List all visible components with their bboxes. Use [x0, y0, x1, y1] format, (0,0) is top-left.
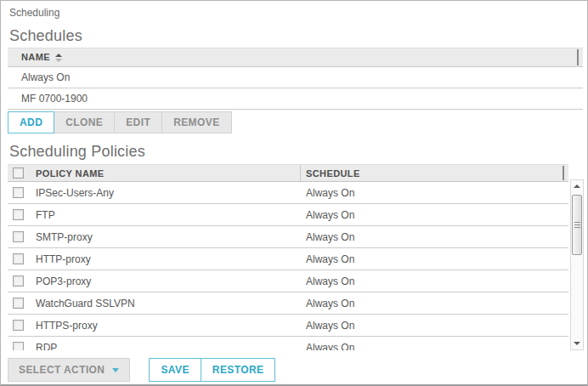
remove-button[interactable]: REMOVE [161, 111, 231, 133]
policy-row[interactable]: RDP Always On [8, 337, 568, 350]
policy-name: HTTP-proxy [36, 253, 301, 265]
schedule-row[interactable]: Always On [8, 67, 583, 88]
edit-button[interactable]: EDIT [114, 111, 162, 133]
policy-name: HTTPS-proxy [36, 320, 301, 332]
column-resize-handle[interactable] [577, 49, 579, 65]
policies-table: POLICY NAME SCHEDULE IPSec-Users-Any Alw… [8, 164, 568, 350]
chevron-down-icon [112, 368, 119, 372]
row-checkbox[interactable] [13, 298, 24, 309]
policy-schedule: Always On [301, 209, 568, 221]
select-action-button[interactable]: SELECT ACTION [8, 358, 130, 382]
policy-name: IPSec-Users-Any [36, 187, 301, 199]
schedule-name: MF 0700-1900 [21, 93, 88, 105]
scrollbar-down-button[interactable] [571, 338, 583, 349]
policy-name: SMTP-proxy [36, 231, 301, 243]
policies-table-header: POLICY NAME SCHEDULE [8, 164, 568, 182]
schedules-section-title: Schedules [9, 27, 82, 45]
schedule-name: Always On [21, 71, 70, 83]
clone-button[interactable]: CLONE [54, 111, 115, 133]
row-checkbox[interactable] [13, 320, 24, 331]
footer-action-bar: SELECT ACTION SAVE RESTORE [8, 358, 275, 382]
policy-schedule: Always On [301, 253, 568, 265]
policy-name: POP3-proxy [36, 275, 301, 287]
policy-row[interactable]: SMTP-proxy Always On [8, 226, 568, 248]
restore-button[interactable]: RESTORE [201, 358, 276, 382]
policy-schedule: Always On [301, 187, 568, 199]
policy-row[interactable]: WatchGuard SSLVPN Always On [8, 292, 568, 315]
scrollbar-up-button[interactable] [571, 180, 583, 192]
policy-schedule: Always On [301, 298, 568, 309]
scheduling-page: Scheduling Schedules NAME Always On MF 0… [0, 0, 588, 386]
add-button[interactable]: ADD [8, 111, 54, 133]
policy-name: WatchGuard SSLVPN [36, 298, 301, 309]
policy-name-column-header[interactable]: POLICY NAME [36, 168, 300, 179]
sort-asc-icon[interactable] [55, 54, 62, 62]
policy-row[interactable]: POP3-proxy Always On [8, 270, 568, 292]
save-restore-group: SAVE RESTORE [149, 358, 275, 382]
save-button[interactable]: SAVE [149, 358, 201, 382]
policy-row[interactable]: FTP Always On [8, 204, 568, 226]
schedules-table: NAME Always On MF 0700-1900 [8, 48, 583, 110]
arrow-down-icon [574, 342, 580, 345]
policy-name: FTP [36, 209, 301, 221]
policy-schedule: Always On [301, 320, 568, 332]
schedules-table-header[interactable]: NAME [8, 48, 583, 67]
row-checkbox[interactable] [13, 231, 24, 242]
schedule-row[interactable]: MF 0700-1900 [8, 88, 583, 110]
select-action-label: SELECT ACTION [19, 364, 105, 376]
select-all-checkbox[interactable] [13, 167, 24, 179]
name-column-header[interactable]: NAME [21, 48, 50, 66]
schedule-column-header[interactable]: SCHEDULE [301, 168, 568, 179]
policy-name: RDP [36, 342, 301, 351]
policy-row[interactable]: HTTPS-proxy Always On [8, 315, 568, 337]
grip-icon [574, 224, 580, 225]
row-checkbox[interactable] [13, 209, 24, 220]
policy-schedule: Always On [301, 231, 568, 243]
column-resize-handle[interactable] [563, 166, 564, 180]
row-checkbox[interactable] [13, 275, 24, 287]
row-checkbox[interactable] [13, 253, 24, 264]
policy-row[interactable]: IPSec-Users-Any Always On [8, 182, 568, 204]
schedules-action-bar: ADD CLONE EDIT REMOVE [8, 111, 232, 133]
row-checkbox[interactable] [13, 342, 24, 350]
policy-row[interactable]: HTTP-proxy Always On [8, 248, 568, 270]
vertical-scrollbar[interactable] [570, 179, 584, 350]
policy-schedule: Always On [301, 342, 568, 351]
policy-schedule: Always On [301, 275, 568, 287]
row-checkbox[interactable] [13, 187, 24, 198]
policies-section-title: Scheduling Policies [9, 143, 145, 161]
scrollbar-thumb[interactable] [572, 195, 582, 255]
breadcrumb: Scheduling [9, 7, 59, 19]
arrow-up-icon [574, 184, 580, 188]
